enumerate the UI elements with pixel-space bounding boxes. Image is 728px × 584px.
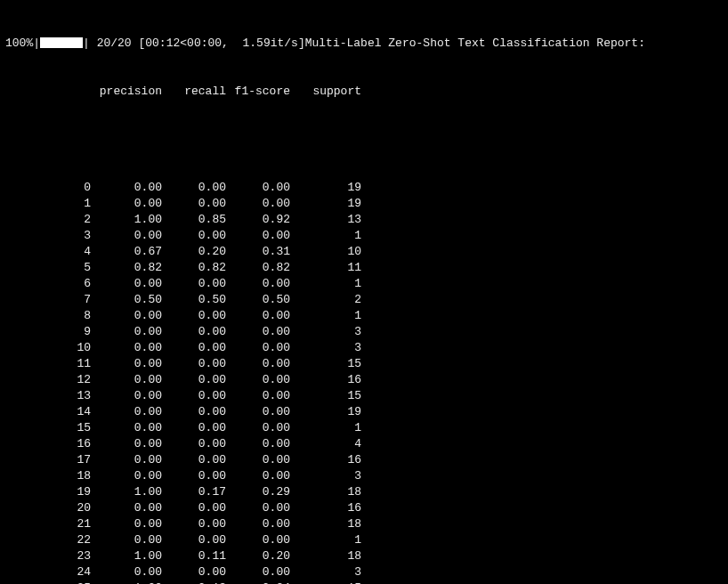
- terminal-output: 100%|| 20/20 [00:12<00:00, 1.59it/s]Mult…: [0, 0, 728, 584]
- class-row-recall: 0.00: [162, 468, 226, 484]
- class-row-precision: 0.00: [91, 356, 162, 372]
- class-row: 160.000.000.004: [5, 436, 723, 452]
- class-row: 110.000.000.0015: [5, 356, 723, 372]
- class-row-f1: 0.00: [226, 532, 290, 548]
- class-row-precision: 0.00: [91, 516, 162, 532]
- class-row-support: 15: [290, 356, 361, 372]
- progress-line: 100%|| 20/20 [00:12<00:00, 1.59it/s]Mult…: [5, 36, 723, 52]
- class-row-f1: 0.00: [226, 500, 290, 516]
- class-row-precision: 0.00: [91, 324, 162, 340]
- class-row-precision: 0.00: [91, 420, 162, 436]
- class-row-label: 5: [5, 260, 91, 276]
- class-row-precision: 0.00: [91, 308, 162, 324]
- class-row-recall: 0.00: [162, 452, 226, 468]
- progress-bar: [40, 36, 83, 52]
- class-row-label: 1: [5, 196, 91, 212]
- class-row-f1: 0.20: [226, 548, 290, 564]
- class-row: 10.000.000.0019: [5, 196, 723, 212]
- class-row: 140.000.000.0019: [5, 404, 723, 420]
- class-row: 220.000.000.001: [5, 532, 723, 548]
- class-row-support: 1: [290, 308, 361, 324]
- class-row-support: 13: [290, 212, 361, 228]
- class-row-recall: 0.00: [162, 500, 226, 516]
- header-recall: recall: [162, 84, 226, 100]
- class-row-precision: 0.67: [91, 244, 162, 260]
- class-row-f1: 0.00: [226, 276, 290, 292]
- class-row-recall: 0.00: [162, 228, 226, 244]
- header-f1: f1-score: [226, 84, 290, 100]
- class-row-f1: 0.92: [226, 212, 290, 228]
- class-row-precision: 0.00: [91, 228, 162, 244]
- class-row-label: 19: [5, 484, 91, 500]
- class-row-f1: 0.00: [226, 308, 290, 324]
- class-row-precision: 1.00: [91, 484, 162, 500]
- class-row-f1: 0.00: [226, 356, 290, 372]
- class-row: 150.000.000.001: [5, 420, 723, 436]
- class-row-recall: 0.00: [162, 532, 226, 548]
- class-row-support: 16: [290, 372, 361, 388]
- progress-timing: [00:12<00:00, 1.59it/s]: [138, 36, 304, 50]
- class-row-precision: 0.82: [91, 260, 162, 276]
- class-row-support: 11: [290, 260, 361, 276]
- class-row-support: 2: [290, 292, 361, 308]
- class-row-label: 25: [5, 580, 91, 584]
- class-row-label: 0: [5, 180, 91, 196]
- class-row-f1: 0.00: [226, 420, 290, 436]
- header-precision: precision: [5, 84, 162, 100]
- class-row-f1: 0.00: [226, 564, 290, 580]
- class-row-precision: 0.00: [91, 564, 162, 580]
- class-row-support: 4: [290, 436, 361, 452]
- class-row-label: 20: [5, 500, 91, 516]
- class-row-precision: 1.00: [91, 548, 162, 564]
- class-row-support: 19: [290, 404, 361, 420]
- class-row-label: 17: [5, 452, 91, 468]
- class-row: 80.000.000.001: [5, 308, 723, 324]
- class-row-precision: 0.00: [91, 452, 162, 468]
- class-row-f1: 0.00: [226, 516, 290, 532]
- class-row-label: 9: [5, 324, 91, 340]
- class-row-recall: 0.13: [162, 580, 226, 584]
- class-row: 210.000.000.0018: [5, 516, 723, 532]
- class-row-f1: 0.00: [226, 468, 290, 484]
- class-row-precision: 0.50: [91, 292, 162, 308]
- class-row-precision: 1.00: [91, 212, 162, 228]
- progress-percent: 100%: [5, 36, 33, 50]
- class-row-label: 15: [5, 420, 91, 436]
- class-row: 231.000.110.2018: [5, 548, 723, 564]
- class-row-support: 3: [290, 564, 361, 580]
- class-row: 100.000.000.003: [5, 340, 723, 356]
- class-row: 240.000.000.003: [5, 564, 723, 580]
- class-row-label: 22: [5, 532, 91, 548]
- class-row-recall: 0.00: [162, 404, 226, 420]
- class-row-recall: 0.00: [162, 372, 226, 388]
- class-row-f1: 0.31: [226, 244, 290, 260]
- class-row-label: 4: [5, 244, 91, 260]
- class-row-f1: 0.29: [226, 484, 290, 500]
- progress-counter: 20/20: [97, 36, 132, 50]
- class-row-precision: 0.00: [91, 340, 162, 356]
- class-row-support: 10: [290, 244, 361, 260]
- class-row-label: 2: [5, 212, 91, 228]
- blank-line: [5, 132, 723, 148]
- class-row-f1: 0.00: [226, 388, 290, 404]
- class-row-label: 24: [5, 564, 91, 580]
- class-row: 130.000.000.0015: [5, 388, 723, 404]
- class-row-label: 23: [5, 548, 91, 564]
- class-row-f1: 0.00: [226, 452, 290, 468]
- class-row: 21.000.850.9213: [5, 212, 723, 228]
- class-row-support: 18: [290, 548, 361, 564]
- class-row-precision: 0.00: [91, 388, 162, 404]
- class-row-recall: 0.00: [162, 356, 226, 372]
- class-row-support: 1: [290, 420, 361, 436]
- class-row-support: 16: [290, 452, 361, 468]
- class-row-recall: 0.00: [162, 276, 226, 292]
- class-row-recall: 0.00: [162, 340, 226, 356]
- class-row-label: 8: [5, 308, 91, 324]
- class-row-support: 1: [290, 228, 361, 244]
- class-row-support: 16: [290, 500, 361, 516]
- class-row-f1: 0.00: [226, 340, 290, 356]
- class-row-label: 18: [5, 468, 91, 484]
- class-row: 40.670.200.3110: [5, 244, 723, 260]
- class-row-f1: 0.00: [226, 324, 290, 340]
- class-row: 70.500.500.502: [5, 292, 723, 308]
